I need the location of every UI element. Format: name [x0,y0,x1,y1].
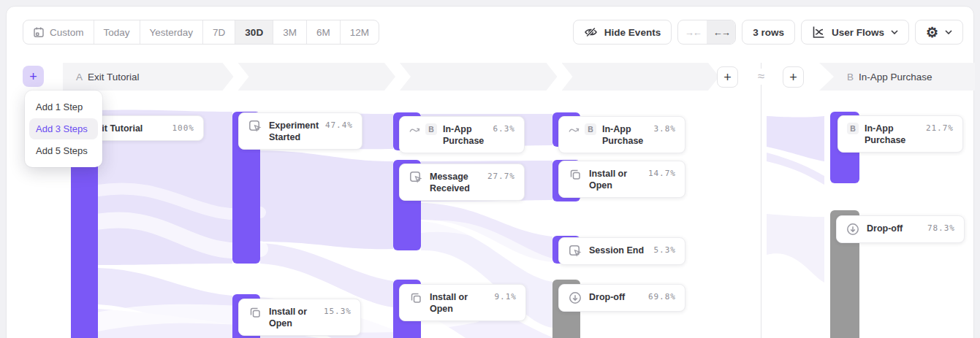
step-segment-2 [238,63,396,91]
drop-off-icon [846,222,860,237]
add-step-button-flow-a[interactable]: + [717,66,738,88]
add-steps-menu: Add 1 Step Add 3 Steps Add 5 Steps [25,91,102,167]
node-card-experiment-started[interactable]: Experiment Started 47.4% [238,112,362,150]
node-card-in-app-purchase-b[interactable]: B In-App Purchase 21.7% [837,115,963,153]
expand-columns-button[interactable]: ←→ [707,20,735,44]
date-range-selector: Custom Today Yesterday 7D 30D 3M 6M 12M [23,20,379,45]
node-card-message-received[interactable]: Message Received 27.7% [399,164,525,201]
chevron-down-icon [891,30,898,34]
drop-off-icon [568,291,582,305]
step-segment-3 [400,63,558,91]
flow-title-b: In-App Purchase [859,72,932,82]
step-header-band-a: A Exit Tutorial [63,63,719,91]
approx-divider-symbol: ≈ [753,69,769,85]
flow-badge-a: A [76,72,83,82]
node-card-drop-off-b[interactable]: Drop-off 78.3% [836,215,965,243]
node-card-drop-off-1[interactable]: Drop-off 69.8% [558,284,685,312]
node-card-install-or-open-3[interactable]: Install or Open 14.7% [558,161,685,198]
chevron-down-icon [945,30,952,34]
toolbar: Custom Today Yesterday 7D 30D 3M 6M 12M … [23,20,963,45]
menu-item-add-1-step[interactable]: Add 1 Step [29,96,98,118]
calendar-icon [33,26,45,38]
view-selector-button[interactable]: User Flows [801,20,909,45]
click-event-icon [248,119,262,134]
flow-b-badge: B [585,123,596,135]
install-or-open-icon [568,167,582,182]
click-event-icon [568,244,582,258]
date-range-yesterday[interactable]: Yesterday [140,20,204,44]
hide-events-button[interactable]: Hide Events [573,20,672,45]
date-range-30d[interactable]: 30D [235,20,273,44]
column-width-toggle: →← ←→ [677,20,736,45]
step-segment-1: A Exit Tutorial [63,63,234,91]
date-range-custom[interactable]: Custom [23,20,94,44]
add-step-button-flow-b[interactable]: + [783,66,804,88]
panel-divider [761,63,761,338]
node-card-in-app-purchase-2[interactable]: B In-App Purchase 3.8% [558,116,685,153]
user-flows-report: Custom Today Yesterday 7D 30D 3M 6M 12M … [6,6,974,338]
settings-button[interactable]: ⚙ [915,20,963,45]
flow-continues-icon [568,124,580,139]
date-range-label: Custom [50,27,84,38]
node-card-in-app-purchase-1[interactable]: B In-App Purchase 6.3% [399,116,525,153]
install-or-open-icon [248,305,262,320]
collapse-columns-button[interactable]: →← [678,20,707,44]
install-or-open-icon [409,291,423,305]
date-range-6m[interactable]: 6M [307,20,341,44]
menu-item-add-3-steps[interactable]: Add 3 Steps [29,118,98,139]
step-segment-4 [562,63,720,91]
date-range-3m[interactable]: 3M [273,20,307,44]
menu-item-add-5-steps[interactable]: Add 5 Steps [29,140,98,161]
flow-badge-b: B [847,72,854,82]
rows-button[interactable]: 3 rows [742,20,795,45]
date-range-today[interactable]: Today [94,20,140,44]
step-header-band-b: B In-App Purchase [819,63,975,91]
flow-continues-icon [409,124,421,139]
click-event-icon [409,170,423,185]
eye-off-icon [584,26,598,39]
date-range-12m[interactable]: 12M [341,20,379,44]
node-card-install-or-open-1[interactable]: Install or Open 15.3% [238,299,361,336]
date-range-7d[interactable]: 7D [203,20,235,44]
node-card-install-or-open-2[interactable]: Install or Open 9.1% [399,284,526,321]
gear-icon: ⚙ [926,26,938,39]
node-card-session-end[interactable]: Session End 5.3% [558,237,685,265]
flow-b-badge: B [425,123,437,135]
user-flows-icon [812,26,825,39]
flow-title-a: Exit Tutorial [88,72,140,82]
flow-b-badge: B [847,123,859,134]
add-step-button-left[interactable]: + [23,66,44,87]
